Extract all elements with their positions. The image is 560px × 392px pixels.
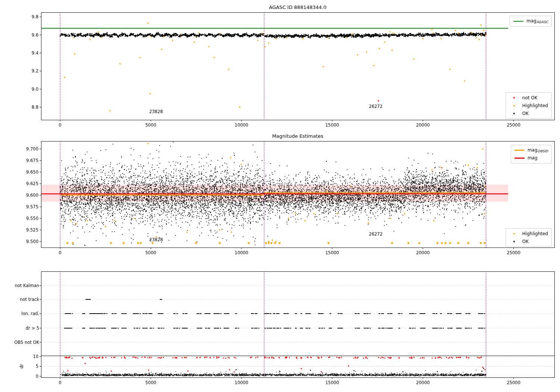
legend-label: Highlighted (522, 231, 548, 236)
legend-label: OK (522, 239, 529, 244)
annotation-obsid-26272-middle: 26272 (369, 231, 383, 237)
dr-tick-5: 5 (36, 364, 38, 369)
legend-label: Highlighted (522, 103, 548, 108)
legend-entry: Highlighted (509, 102, 548, 109)
ok-dot-swatch (509, 241, 519, 242)
annotation-obsid-23828-top: 23828 (149, 109, 163, 114)
plot-canvas (0, 0, 560, 392)
legend-label: mag (528, 155, 538, 161)
highlighted-dot-swatch (509, 233, 519, 234)
legend-mag-lines: magOBSID mag (511, 145, 552, 164)
row-label-not-kalman: not Kalman (15, 283, 39, 288)
red-line-swatch (514, 158, 525, 159)
row-label-ion-rad: Ion. rad. (21, 311, 39, 316)
annotation-obsid-23828-middle: 23828 (149, 237, 163, 242)
legend-point-classes-top: not OK Highlighted OK (505, 92, 552, 119)
legend-point-classes-middle: Highlighted OK (505, 228, 552, 247)
legend-label: magOBSID (528, 147, 548, 153)
annotation-obsid-26272-top: 26272 (369, 104, 383, 109)
legend-entry: Highlighted (509, 230, 548, 237)
legend-mag-agasc: magAGASC (510, 16, 552, 27)
legend-label: magAGASC (526, 18, 548, 24)
legend-entry: OK (509, 237, 548, 245)
orange-line-swatch (514, 150, 525, 151)
legend-entry: magOBSID (514, 146, 548, 154)
legend-entry: not OK (509, 94, 548, 102)
legend-label: OK (522, 111, 529, 116)
green-line-swatch (513, 21, 523, 22)
dr-tick-10: 10 (33, 354, 38, 359)
ok-dot-swatch (509, 113, 519, 114)
legend-entry: mag (514, 154, 548, 162)
row-label-dr-gt-5: dr > 5 (26, 326, 39, 331)
row-label-obs-not-ok: OBS not OK (14, 340, 39, 345)
legend-label: not OK (522, 95, 538, 100)
legend-entry: magAGASC (513, 17, 548, 25)
not-ok-dot-swatch (509, 97, 519, 99)
highlighted-dot-swatch (509, 105, 519, 106)
plot-title-middle: Magnitude Estimates (41, 133, 554, 139)
dr-tick-0: 0 (36, 374, 38, 379)
legend-entry: OK (509, 109, 548, 117)
figure: 0500010000150002000025000050001000015000… (0, 0, 560, 392)
row-label-not-track: not track (20, 297, 39, 302)
plot-title-top: AGASC ID 888148344.0 (41, 4, 554, 10)
dr-axis-label: dr (19, 364, 24, 368)
